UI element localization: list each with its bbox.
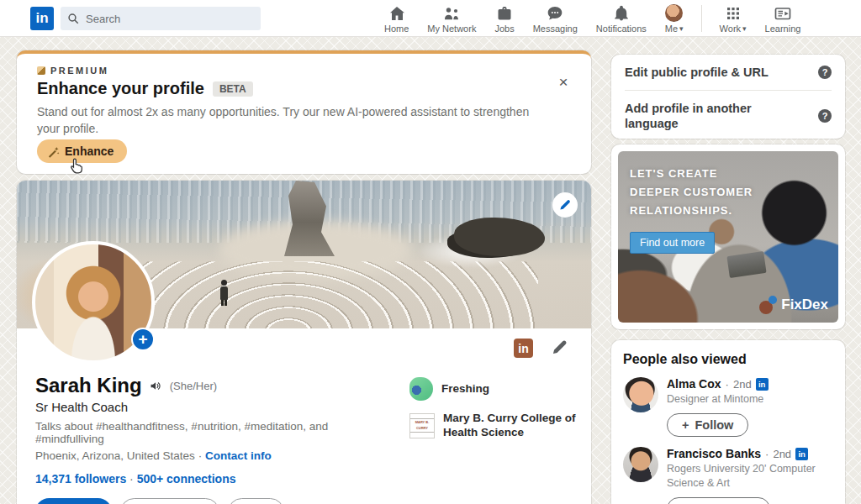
cover-person-legs	[221, 300, 227, 306]
nav-jobs[interactable]: Jobs	[485, 0, 523, 37]
nav-messaging[interactable]: Messaging	[524, 0, 587, 37]
linkedin-badge-icon: in	[756, 378, 769, 391]
edit-public-profile-label: Edit public profile & URL	[625, 65, 793, 80]
beta-badge: BETA	[213, 81, 253, 97]
help-icon[interactable]: ?	[818, 109, 832, 123]
linkedin-logo[interactable]: in	[30, 7, 54, 30]
pencil-icon	[552, 339, 568, 355]
nav-messaging-label: Messaging	[533, 24, 578, 34]
help-icon[interactable]: ?	[818, 66, 832, 79]
mary-curry-logo-text: MARY B. CURRY	[410, 418, 434, 433]
nav-my-network-label: My Network	[427, 24, 476, 34]
person-subtitle: Rogers University 20' Computer Science &…	[667, 462, 823, 490]
nav-work[interactable]: Work▾	[710, 0, 756, 37]
person-subtitle: Designer at Mintome	[667, 392, 823, 406]
affiliation-company[interactable]: Freshing	[409, 377, 578, 401]
nav-divider	[701, 5, 702, 32]
affiliation-school[interactable]: MARY B. CURRY Mary B. Curry College of H…	[409, 412, 578, 440]
separator-dot: ·	[129, 472, 134, 486]
briefcase-icon	[496, 5, 513, 22]
hand-cursor	[67, 156, 84, 178]
nav-notifications[interactable]: Notifications	[587, 0, 656, 37]
affiliation-school-name: Mary B. Curry College of Health Science	[443, 412, 578, 440]
chevron-down-icon: ▾	[742, 24, 747, 33]
ad-card: LET'S CREATE DEEPER CUSTOMER RELATIONSHI…	[611, 144, 845, 329]
linkedin-badge-icon: in	[795, 448, 808, 460]
profile-location: Phoenix, Arizona, United States	[35, 449, 195, 462]
premium-icon	[37, 66, 45, 75]
edit-cover-button[interactable]	[552, 192, 578, 218]
affiliation-company-name: Freshing	[441, 382, 489, 396]
profile-pronouns: (She/Her)	[170, 380, 217, 392]
add-profile-language-label: Add profile in another language	[625, 101, 793, 131]
person-name[interactable]: Alma Cox	[667, 377, 721, 391]
edit-profile-button[interactable]	[552, 339, 568, 358]
nav-learning[interactable]: Learning	[756, 0, 811, 37]
nav-home-label: Home	[384, 24, 409, 34]
francisco-banks-avatar[interactable]	[623, 447, 658, 482]
search-input[interactable]	[86, 13, 237, 25]
profile-card: + in Sarah King (She/Her) Sr Health Coac…	[17, 181, 591, 504]
nav-me-label: Me	[665, 24, 678, 34]
edit-profile-card: Edit public profile & URL ? Add profile …	[611, 55, 845, 139]
person-name[interactable]: Francisco Banks	[667, 447, 761, 460]
linkedin-logo-text: in	[35, 10, 48, 27]
nav-work-label: Work	[720, 24, 741, 34]
premium-banner: PREMIUM Enhance your profile BETA Stand …	[17, 50, 591, 174]
bell-icon	[613, 5, 630, 22]
cover-shore-rocks	[454, 218, 545, 256]
follow-button[interactable]: + Follow	[667, 413, 748, 437]
me-avatar	[665, 4, 683, 22]
following-button[interactable]: ✓ Following	[667, 497, 770, 504]
in-badge-text: in	[518, 342, 528, 355]
more-button[interactable]: More	[228, 498, 285, 504]
messaging-icon	[547, 5, 563, 22]
cover-person-head	[221, 280, 227, 286]
search-box[interactable]	[61, 7, 261, 30]
home-icon	[388, 5, 405, 22]
linkedin-creator-badge: in	[514, 339, 533, 358]
nav-my-network[interactable]: My Network	[418, 0, 485, 37]
in-badge-text: in	[798, 449, 805, 459]
close-icon[interactable]: ×	[554, 72, 573, 91]
alma-cox-avatar[interactable]	[623, 377, 658, 412]
ad-cta-button[interactable]: Find out more	[630, 232, 715, 254]
people-also-viewed-title: People also viewed	[623, 352, 833, 367]
connection-degree: 2nd	[733, 378, 752, 391]
add-profile-photo-badge[interactable]: +	[131, 328, 155, 351]
separator-dot: ·	[198, 449, 203, 462]
nav-notifications-label: Notifications	[596, 24, 647, 34]
speaker-icon[interactable]	[149, 379, 163, 393]
pencil-icon	[559, 199, 571, 211]
add-section-button[interactable]: Add section	[120, 498, 219, 504]
fixdex-logo	[759, 296, 778, 314]
profile-headline: Sr Health Coach	[35, 400, 397, 414]
followers-count[interactable]: 14,371 followers	[35, 472, 126, 486]
cover-person	[220, 280, 229, 305]
in-badge-text: in	[758, 380, 765, 389]
ad-laptop-graphic	[726, 251, 766, 278]
ad-headline: LET'S CREATE DEEPER CUSTOMER RELATIONSHI…	[630, 165, 764, 220]
nav-me[interactable]: Me▾	[656, 0, 693, 37]
premium-label: PREMIUM	[50, 66, 108, 76]
nav-home[interactable]: Home	[375, 0, 418, 37]
freshing-logo	[409, 377, 433, 401]
wand-icon	[47, 145, 60, 158]
learning-icon	[774, 5, 792, 22]
grid-icon	[725, 5, 742, 22]
people-also-viewed-card: People also viewed Alma Cox · 2nd in Des…	[611, 340, 845, 504]
banner-title: Enhance your profile	[37, 79, 204, 98]
person-row: Alma Cox · 2nd in Designer at Mintome + …	[623, 377, 833, 437]
ad-brand-name: FixDex	[781, 297, 828, 313]
connections-count[interactable]: 500+ connections	[137, 472, 236, 486]
contact-info-link[interactable]: Contact info	[205, 449, 272, 462]
profile-name: Sarah King	[35, 374, 142, 397]
edit-public-profile-link[interactable]: Edit public profile & URL ?	[625, 55, 832, 90]
nav-jobs-label: Jobs	[494, 24, 514, 34]
ad-image[interactable]: LET'S CREATE DEEPER CUSTOMER RELATIONSHI…	[618, 151, 838, 323]
profile-talks-about: Talks about #healthandfitness, #nutritio…	[35, 420, 397, 445]
open-to-button[interactable]: Open to	[35, 498, 112, 504]
person-row: Francisco Banks · 2nd in Rogers Universi…	[623, 447, 833, 504]
mary-curry-college-logo: MARY B. CURRY	[409, 413, 435, 438]
add-profile-language-link[interactable]: Add profile in another language ?	[625, 90, 832, 141]
